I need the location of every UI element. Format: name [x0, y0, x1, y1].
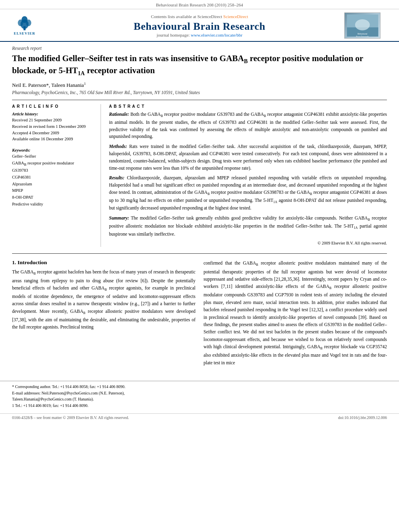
page-wrapper: Behavioural Brain Research 208 (2010) 25…	[0, 0, 399, 421]
keyword-7: 8-OH-DPAT	[12, 194, 93, 201]
bbr-cover-image: Behavioural Brain Research	[344, 12, 380, 39]
authors: Neil E. Paterson*, Taleen Hanania1	[12, 82, 387, 88]
journal-ref: Behavioural Brain Research 208 (2010) 25…	[156, 2, 243, 7]
header-center: Contents lists available at ScienceDirec…	[55, 14, 344, 37]
keywords-list: Geller–Seifter GABAB receptor positive m…	[12, 153, 93, 208]
copyright: © 2009 Elsevier B.V. All rights reserved…	[109, 241, 387, 245]
article-content: Research report The modified Geller–Seif…	[0, 42, 399, 251]
doi: doi:10.1016/j.bbr.2009.12.006	[338, 415, 387, 420]
abstract-summary: Summary: The modified Geller–Seifter tas…	[109, 215, 387, 238]
svg-text:Behavioural: Behavioural	[357, 33, 367, 35]
abstract-methods: Methods: Rats were trained in the modifi…	[109, 143, 387, 172]
page-bottom-bar: 0166-4328/$ – see front matter © 2009 El…	[0, 413, 399, 421]
bbr-cover-svg: Behavioural Brain Research	[346, 14, 380, 37]
footer-notes: * Corresponding author. Tel.: +1 914 406…	[0, 381, 399, 411]
header-right: Behavioural Brain Research	[344, 12, 393, 39]
article-info-label: A R T I C L E I N F O	[12, 104, 93, 109]
keyword-5: Alprazolam	[12, 181, 93, 188]
article-title: The modified Geller–Seifter test in rats…	[12, 53, 387, 78]
keywords-label: Keywords:	[12, 148, 93, 152]
abstract-label: A B S T R A C T	[109, 104, 387, 109]
intro-right-text: confirmed that the GABAB receptor allost…	[204, 259, 387, 366]
keyword-3: GS39783	[12, 167, 93, 174]
journal-title: Behavioural Brain Research	[55, 21, 344, 33]
keyword-2: GABAB receptor positive modulator	[12, 160, 93, 167]
history-label: Article history:	[12, 112, 93, 116]
article-type: Research report	[12, 46, 387, 51]
svg-point-7	[355, 19, 370, 31]
column-divider	[101, 104, 101, 247]
abstract-results: Results: Chlordiazepoxide, diazepam, alp…	[109, 175, 387, 212]
introduction-section: 1. Introduction The GABAB receptor agoni…	[0, 256, 399, 369]
journal-topbar: Behavioural Brain Research 208 (2010) 25…	[0, 0, 399, 9]
accepted-date: Accepted 4 December 2009	[12, 130, 93, 136]
footnote-star: * Corresponding author. Tel.: +1 914 406…	[12, 384, 387, 390]
keyword-6: MPEP	[12, 187, 93, 194]
sciencedirect-notice: Contents lists available at ScienceDirec…	[55, 14, 344, 19]
keyword-8: Predictive validity	[12, 201, 93, 208]
affiliation: Pharmacology, PsychoGenics, Inc., 765 Ol…	[12, 90, 387, 95]
article-info-abstract: A R T I C L E I N F O Article history: R…	[12, 100, 387, 247]
intro-left-text: The GABAB receptor agonist baclofen has …	[12, 268, 195, 331]
sciencedirect-link[interactable]: ScienceDirect	[223, 14, 248, 19]
svg-text:Brain Research: Brain Research	[356, 36, 369, 37]
revised-date: Received in revised form 1 December 2009	[12, 123, 93, 130]
abstract-column: A B S T R A C T Rationale: Both the GABA…	[109, 104, 387, 247]
header-left: ELSEVIER	[6, 14, 55, 37]
keyword-4: CGP46381	[12, 174, 93, 181]
footnote-email1: E-mail addresses: Neil.Paterson@PsychoGe…	[12, 390, 387, 396]
intro-heading: 1. Introduction	[12, 259, 195, 266]
footnote-1: 1 Tel.: +1 914 406 8019; fax: +1 914 406…	[12, 403, 387, 409]
elsevier-logo: ELSEVIER	[6, 14, 43, 37]
journal-header: ELSEVIER Contents lists available at Sci…	[0, 9, 399, 42]
issn: 0166-4328/$ – see front matter © 2009 El…	[12, 415, 129, 420]
elsevier-text: ELSEVIER	[14, 31, 35, 35]
intro-left-col: 1. Introduction The GABAB receptor agoni…	[12, 259, 195, 369]
journal-homepage: journal homepage: www.elsevier.com/locat…	[55, 33, 344, 37]
article-info-column: A R T I C L E I N F O Article history: R…	[12, 104, 93, 247]
intro-right-col: confirmed that the GABAB receptor allost…	[204, 259, 387, 369]
online-date: Available online 16 December 2009	[12, 136, 93, 142]
elsevier-tree-icon	[14, 16, 35, 31]
received-date: Received 21 September 2009	[12, 117, 93, 123]
abstract-rationale: Rationale: Both the GABAB receptor posit…	[109, 111, 387, 140]
section-divider	[12, 253, 387, 254]
svg-point-4	[22, 16, 28, 23]
homepage-link[interactable]: www.elsevier.com/locate/bbr	[191, 33, 242, 37]
keyword-1: Geller–Seifter	[12, 153, 93, 160]
footnote-email2: Taleen.Hanania@PsychoGenics.com (T. Hana…	[12, 396, 387, 403]
